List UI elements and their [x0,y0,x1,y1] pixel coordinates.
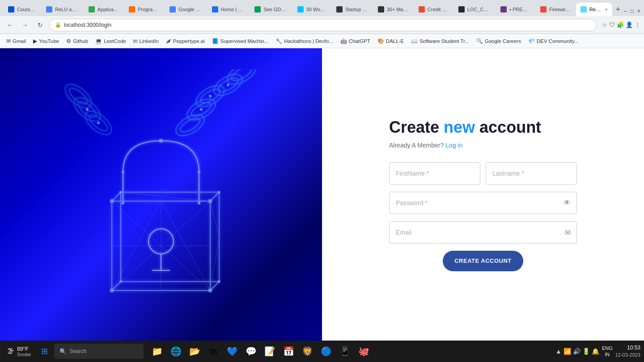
start-button[interactable]: ⊞ [36,343,52,359]
system-tray: ▲ 📶 🔊 🔋 🔔 ENGIN 10:53 12-03-2023 [555,344,640,358]
chevron-up-icon[interactable]: ▲ [555,348,562,355]
svg-point-43 [218,191,220,194]
forward-button[interactable]: → [19,19,31,31]
browser-tab[interactable]: 30 Wort... [293,3,331,16]
bookmark-item[interactable]: 🔍Google Careers [474,37,524,45]
new-tab-button[interactable]: + [613,5,623,14]
close-button[interactable]: × [637,8,640,14]
shield-icon[interactable]: 🛡 [609,21,615,28]
create-account-button[interactable]: CREATE ACCOUNT [443,251,523,271]
svg-point-46 [122,202,124,205]
bookmark-item[interactable]: 📖Software Student Tr... [408,37,472,45]
svg-line-19 [210,192,219,201]
bookmark-item[interactable]: ▶YouTube [30,37,62,45]
svg-point-41 [208,289,212,292]
taskbar-app-notion[interactable]: 📝 [261,342,279,360]
taskbar-app-file-explorer[interactable]: 📁 [148,342,166,360]
bookmark-star-icon[interactable]: ☆ [602,21,607,28]
url-bar[interactable]: 🔒 localhost:3000/login [49,19,597,31]
taskbar-app-discord[interactable]: 💬 [242,342,260,360]
bookmark-label: DEV Community... [537,38,579,44]
store-icon: 🛍 [209,346,218,357]
content-area: Create new account Already A Member? Log… [0,48,644,341]
extension-icon[interactable]: 🧩 [617,21,624,28]
browser-tab[interactable]: Home | G... [208,3,250,16]
taskbar-app-edge-browser[interactable]: 🌐 [167,342,185,360]
bookmark-favicon: 🔍 [476,38,483,44]
bookmark-label: DALL-E [386,38,404,44]
taskbar-app-chrome[interactable]: 🔵 [317,342,335,360]
lang-display[interactable]: ENGIN [602,345,613,358]
svg-point-45 [218,280,220,283]
bookmark-favicon: 🌶 [166,38,171,44]
back-button[interactable]: ← [4,19,16,31]
taskbar-app-store[interactable]: 🛍 [204,342,222,360]
browser-tab[interactable]: ReLU act... [42,3,83,16]
signup-panel: Create new account Already A Member? Log… [322,48,644,341]
svg-point-47 [198,202,200,205]
browser-tab[interactable]: Credit S... [414,3,453,16]
browser-tab[interactable]: Firewall ... [536,3,575,16]
svg-point-49 [122,171,124,173]
window-controls: – □ × [624,8,640,16]
browser-tab[interactable]: Coursera [4,3,41,16]
browser-tab[interactable]: React× [576,3,612,16]
whatsapp-icon: 📱 [339,346,351,357]
browser-tab[interactable]: Google S... [165,3,207,16]
svg-point-44 [119,280,122,283]
clock[interactable]: 10:53 12-03-2023 [615,344,640,358]
title-regular: Create [389,118,444,136]
bookmark-label: Software Student Tr... [419,38,469,44]
bookmark-favicon: 💻 [95,38,102,44]
bookmark-item[interactable]: 🤖ChatGPT [338,37,373,45]
browser-tab[interactable]: LOC_Cor... [454,3,496,16]
password-input[interactable] [389,192,577,214]
taskbar-app-whatsapp[interactable]: 📱 [336,342,354,360]
bookmark-item[interactable]: 🔧Hackathons | Devfo... [273,37,336,45]
lastname-input[interactable] [486,162,577,185]
minimize-button[interactable]: – [624,8,627,14]
bookmark-favicon: ⚙ [66,38,71,44]
login-link[interactable]: Log in [445,142,462,149]
bookmark-item[interactable]: 💎DEV Community... [525,37,581,45]
browser-tab[interactable]: Program... [124,3,164,16]
refresh-button[interactable]: ↻ [34,19,47,31]
taskbar-app-calendar[interactable]: 📅 [280,342,297,360]
eye-icon[interactable]: 👁 [564,199,571,207]
bookmark-label: Peppertype.ai [173,38,205,44]
subtitle-text: Already A Member? Log in [389,142,577,149]
battery-icon[interactable]: 🔋 [582,348,590,355]
bookmark-item[interactable]: 🌶Peppertype.ai [163,37,208,45]
browser-tab[interactable]: Applicati... [84,3,123,16]
taskbar-app-vscode[interactable]: 💙 [223,342,241,360]
weather-widget[interactable]: 🌫 89°F Smoke [4,344,34,359]
taskbar-app-github-desktop[interactable]: 🐙 [355,342,373,360]
bookmark-label: Github [73,38,88,44]
taskbar-search[interactable]: 🔍 Search [54,344,144,359]
browser-tab[interactable]: 30+ Mac... [373,3,413,16]
profile-icon[interactable]: 👤 [626,21,633,28]
browser-tab[interactable]: See GDS... [250,3,292,16]
bookmark-item[interactable]: ⚙Github [64,37,91,45]
taskbar-app-brave[interactable]: 🦁 [298,342,316,360]
volume-icon[interactable]: 🔊 [573,348,580,355]
firstname-input[interactable] [389,162,480,185]
email-input[interactable] [389,221,577,244]
svg-line-18 [112,192,121,201]
bookmark-item[interactable]: 📘Supervised Machin... [209,37,271,45]
network-icon[interactable]: 📶 [564,348,571,355]
maximize-button[interactable]: □ [631,8,634,14]
bookmark-item[interactable]: inLinkedIn [131,37,161,45]
bookmark-item[interactable]: 💻LeetCode [93,37,129,45]
bookmark-item[interactable]: 🎨DALL-E [375,37,407,45]
tab-bar: CourseraReLU act...Applicati...Program..… [0,0,644,16]
title-end: account [475,118,541,136]
taskbar-app-folder[interactable]: 📂 [186,342,203,360]
browser-tab[interactable]: • PREVI... [496,3,535,16]
menu-icon[interactable]: ⋮ [635,21,640,28]
tab-close-icon[interactable]: × [605,7,608,12]
browser-tab[interactable]: Startup J... [332,3,373,16]
notification-icon[interactable]: 🔔 [592,348,599,355]
bookmark-label: Google Careers [485,38,521,44]
bookmark-item[interactable]: ✉Gmail [4,37,29,45]
